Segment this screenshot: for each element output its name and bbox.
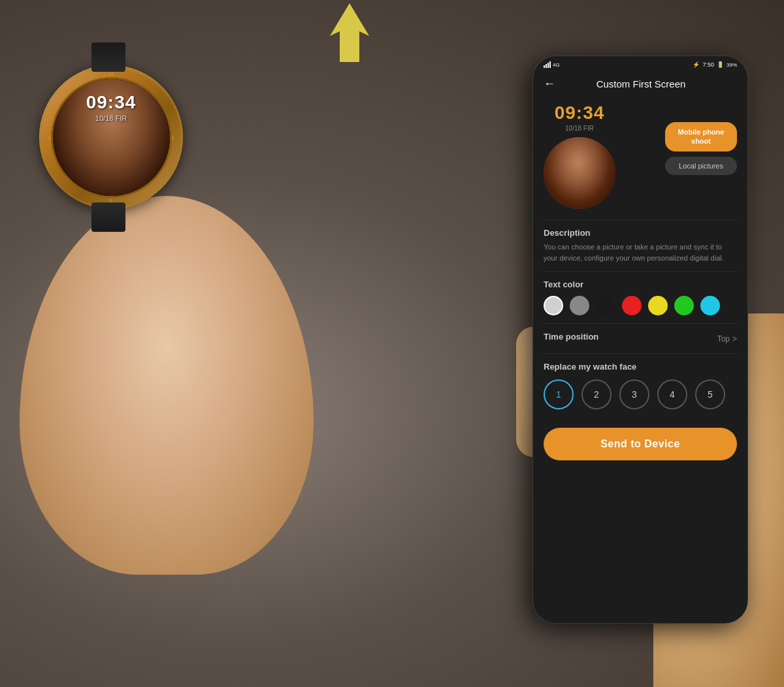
signal-bars	[544, 61, 551, 68]
face-option-5[interactable]: 5	[695, 379, 725, 409]
watch-screen: 09:34 10/18 FIR	[51, 77, 172, 198]
face-option-1[interactable]: 1	[544, 379, 574, 409]
watch-time-display: 09:34	[86, 92, 137, 113]
preview-right: Mobile phone shoot Local pictures	[665, 122, 737, 175]
color-swatch-cyan[interactable]	[700, 296, 720, 315]
battery-icon: 🔋	[717, 61, 724, 68]
signal-bar-3	[547, 63, 549, 68]
watch-face-label: Replace my watch face	[544, 362, 737, 372]
send-to-device-button[interactable]: Send to Device	[544, 428, 737, 460]
svg-text:3: 3	[171, 136, 174, 140]
smartwatch: 12 3 6 9 09:34 10/18 FIR	[39, 65, 183, 209]
text-color-section: Text color	[544, 271, 737, 323]
preview-time: 09:34	[555, 103, 605, 123]
phone-frame: 4G ⚡ 7:50 🔋 39% ← Custom First Screen	[532, 56, 748, 624]
status-bar: 4G ⚡ 7:50 🔋 39%	[533, 56, 747, 71]
arrow-decoration	[320, 0, 379, 65]
back-button[interactable]: ←	[544, 77, 555, 91]
color-swatch-red[interactable]	[622, 296, 642, 315]
svg-marker-0	[330, 3, 369, 62]
color-swatch-black[interactable]	[596, 296, 615, 315]
signal-bar-2	[546, 64, 547, 68]
preview-section: 09:34 10/18 FIR Mobile phone shoot	[544, 96, 737, 219]
face-option-2[interactable]: 2	[581, 379, 612, 409]
bluetooth-icon: ⚡	[693, 61, 700, 68]
content-area: 09:34 10/18 FIR Mobile phone shoot	[533, 96, 747, 473]
preview-circle-photo[interactable]	[544, 137, 615, 209]
send-button-wrap: Send to Device	[544, 417, 737, 473]
time-position-text: Top	[717, 334, 730, 344]
time-position-chevron: >	[732, 334, 737, 344]
battery-level: 39%	[727, 62, 737, 68]
screen-title: Custom First Screen	[563, 78, 719, 89]
svg-text:12: 12	[108, 72, 114, 76]
strap-bottom	[91, 202, 125, 232]
phone-screen: 4G ⚡ 7:50 🔋 39% ← Custom First Screen	[533, 56, 747, 623]
face-option-3[interactable]: 3	[619, 379, 649, 409]
color-swatch-green[interactable]	[674, 296, 694, 315]
status-left: 4G	[544, 61, 560, 68]
local-pictures-button[interactable]: Local pictures	[665, 157, 737, 175]
description-text: You can choose a picture or take a pictu…	[544, 242, 737, 263]
watch-face-section: Replace my watch face 1 2 3 4 5	[544, 353, 737, 417]
status-time: 7:50	[702, 61, 714, 68]
signal-type: 4G	[553, 62, 560, 68]
color-swatch-yellow[interactable]	[648, 296, 668, 315]
portrait-overlay	[544, 137, 615, 209]
time-position-value: Top >	[717, 334, 737, 344]
watch-outer-ring: 12 3 6 9 09:34 10/18 FIR	[39, 65, 183, 209]
signal-bar-1	[544, 65, 545, 68]
watch-face-options: 1 2 3 4 5	[544, 379, 737, 409]
text-color-label: Text color	[544, 280, 737, 289]
signal-bar-4	[549, 61, 551, 68]
strap-top	[91, 42, 125, 72]
face-option-4[interactable]: 4	[657, 379, 687, 409]
color-swatches	[544, 296, 737, 315]
color-swatch-gray[interactable]	[570, 296, 589, 315]
preview-date: 10/18 FIR	[565, 125, 594, 132]
watch-face-overlay: 09:34 10/18 FIR	[53, 79, 170, 196]
status-right: ⚡ 7:50 🔋 39%	[693, 61, 737, 68]
time-position-section[interactable]: Time position Top >	[544, 323, 737, 353]
time-position-label: Time position	[544, 332, 598, 342]
color-swatch-white[interactable]	[544, 296, 563, 315]
watch-date-display: 10/18 FIR	[95, 114, 127, 122]
phone-container: 4G ⚡ 7:50 🔋 39% ← Custom First Screen	[532, 56, 748, 624]
description-section: Description You can choose a picture or …	[544, 219, 737, 271]
preview-left: 09:34 10/18 FIR	[544, 103, 615, 209]
nav-bar: ← Custom First Screen	[533, 71, 747, 96]
mobile-shoot-button[interactable]: Mobile phone shoot	[665, 122, 737, 152]
description-label: Description	[544, 228, 737, 238]
